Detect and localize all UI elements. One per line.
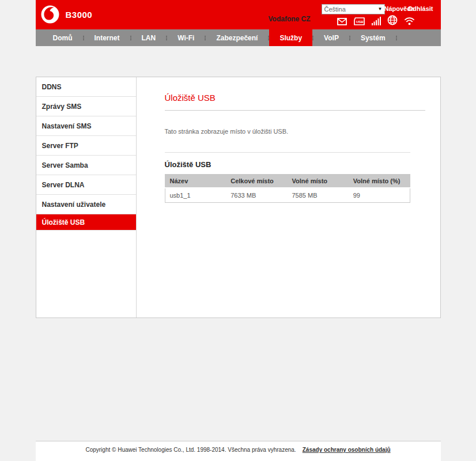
privacy-policy-link[interactable]: Zásady ochrany osobních údajů (303, 447, 391, 453)
divider (165, 110, 425, 111)
content-box: DDNS Zprávy SMS Nastavení SMS Server FTP… (36, 77, 441, 318)
main-panel: Úložiště USB Tato stránka zobrazuje míst… (136, 77, 440, 318)
signal-strength-icon (372, 17, 381, 25)
page-container: B3000 Vodafone CZ Čeština ▼ Nápověda Odh… (36, 0, 441, 318)
divider (165, 152, 410, 153)
table-header-row: Název Celkové místo Volné místo Volné mí… (165, 175, 410, 188)
nav-item-domu[interactable]: Domů (43, 29, 83, 46)
status-icons: USB (337, 15, 415, 25)
column-header-nazev: Název (165, 175, 226, 188)
mail-icon (337, 18, 347, 25)
cell-name: usb1_1 (165, 188, 226, 203)
nav-item-zabezpeceni[interactable]: Zabezpečení (206, 29, 268, 46)
vodafone-logo-icon (41, 5, 59, 24)
sidebar-item-nastaveni-sms[interactable]: Nastavení SMS (36, 116, 136, 136)
nav-item-voip[interactable]: VoIP (313, 29, 349, 46)
page-description: Tato stránka zobrazuje místo v úložišti … (165, 128, 425, 135)
sidebar-item-nastaveni-uzivatele[interactable]: Nastavení uživatele (36, 195, 136, 214)
language-select-value: Čeština (324, 6, 346, 13)
page-title: Úložiště USB (165, 93, 425, 103)
sidebar: DDNS Zprávy SMS Nastavení SMS Server FTP… (36, 77, 136, 318)
operator-name: Vodafone CZ (269, 15, 311, 23)
footer-bar: Copyright © Huawei Technologies Co., Ltd… (36, 441, 441, 461)
sidebar-item-uloziste-usb[interactable]: Úložiště USB (36, 214, 136, 231)
sidebar-item-ddns[interactable]: DDNS (36, 77, 136, 97)
column-header-volne-misto-pct: Volné místo (%) (349, 175, 410, 188)
nav-item-sluzby[interactable]: Služby (269, 29, 312, 46)
nav-item-lan[interactable]: LAN (131, 29, 167, 46)
wifi-icon (404, 17, 415, 25)
logout-link[interactable]: Odhlásit (408, 5, 433, 12)
main-nav: Domů Internet LAN Wi-Fi Zabezpečení Služ… (36, 29, 441, 46)
usb-storage-table: Název Celkové místo Volné místo Volné mí… (165, 174, 410, 203)
header: B3000 Vodafone CZ Čeština ▼ Nápověda Odh… (36, 0, 441, 29)
sidebar-item-server-dlna[interactable]: Server DLNA (36, 175, 136, 195)
column-header-celkove-misto: Celkové místo (226, 175, 287, 188)
nav-separator (396, 36, 397, 40)
nav-item-wifi[interactable]: Wi-Fi (167, 29, 205, 46)
table-row: usb1_1 7633 MB 7585 MB 99 (165, 188, 410, 203)
cell-free-space: 7585 MB (288, 188, 349, 203)
cell-total-space: 7633 MB (226, 188, 287, 203)
nav-item-internet[interactable]: Internet (84, 29, 130, 46)
device-name: B3000 (66, 10, 93, 20)
usb-icon: USB (353, 17, 365, 25)
sidebar-item-zpravy-sms[interactable]: Zprávy SMS (36, 97, 136, 116)
section-title: Úložiště USB (165, 160, 425, 169)
chevron-down-icon: ▼ (378, 7, 383, 12)
sidebar-item-server-ftp[interactable]: Server FTP (36, 136, 136, 156)
language-select[interactable]: Čeština ▼ (322, 4, 385, 14)
column-header-volne-misto: Volné místo (288, 175, 349, 188)
footer: Copyright © Huawei Technologies Co., Ltd… (0, 441, 476, 461)
nav-item-system[interactable]: Systém (350, 29, 396, 46)
sidebar-item-server-samba[interactable]: Server Samba (36, 156, 136, 175)
globe-icon (387, 15, 398, 25)
copyright-text: Copyright © Huawei Technologies Co., Ltd… (85, 447, 296, 453)
svg-text:USB: USB (356, 20, 364, 24)
cell-free-space-pct: 99 (349, 188, 410, 203)
